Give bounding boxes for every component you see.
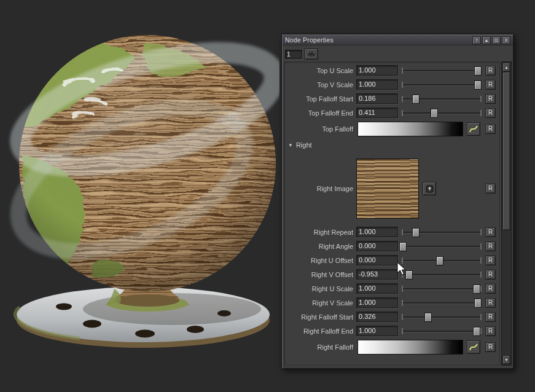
property-row: Right Repeat1.000R — [284, 225, 499, 239]
scribble-icon — [308, 51, 316, 57]
reset-button[interactable]: R — [485, 184, 496, 194]
scroll-thumb[interactable] — [502, 72, 510, 230]
property-label: Right Falloff End — [284, 327, 356, 335]
slider[interactable] — [401, 326, 482, 336]
value-input[interactable]: 1.000 — [356, 65, 398, 76]
reset-button[interactable]: R — [485, 284, 496, 294]
slider-track — [402, 84, 482, 85]
section-label: Right — [296, 141, 312, 149]
value-input[interactable]: 1.000 — [356, 297, 398, 308]
property-label: Right Angle — [284, 243, 356, 250]
property-row: Top Falloff End0.411R — [284, 106, 499, 120]
image-thumbnail[interactable] — [356, 159, 419, 219]
property-row: Right Falloff Start0.326R — [284, 310, 499, 324]
slider-handle[interactable] — [412, 228, 420, 237]
envelope-curve-icon — [469, 343, 478, 351]
edit-graph-button[interactable] — [305, 49, 318, 60]
property-label: Right V Offset — [284, 271, 356, 278]
application-window: Node Properties ? ▲ ⊡ X Top U Scale1.000… — [0, 0, 535, 392]
property-label: Top Falloff — [284, 125, 356, 133]
slider-handle[interactable] — [412, 95, 420, 104]
value-input[interactable]: -0.953 — [356, 269, 398, 280]
reset-button[interactable]: R — [485, 66, 496, 76]
property-label: Right Falloff — [284, 343, 356, 351]
reset-button[interactable]: R — [485, 270, 496, 280]
slider[interactable] — [401, 65, 482, 76]
value-input[interactable]: 1.000 — [356, 326, 398, 336]
slider[interactable] — [401, 297, 482, 308]
slider-track — [402, 70, 482, 71]
slider-handle[interactable] — [474, 80, 482, 90]
gradient-strip[interactable] — [357, 340, 463, 355]
property-label: Right Image — [284, 185, 356, 192]
value-input[interactable]: 0.411 — [356, 108, 398, 118]
slider-handle[interactable] — [405, 270, 413, 280]
slider-handle[interactable] — [473, 327, 480, 336]
slider[interactable] — [401, 108, 482, 118]
value-input[interactable]: 0.326 — [356, 312, 398, 322]
slider-handle[interactable] — [399, 242, 407, 251]
property-label: Top Falloff End — [284, 109, 356, 117]
property-row: Right V Offset-0.953R — [284, 267, 499, 281]
reset-button[interactable]: R — [485, 312, 496, 322]
value-input[interactable]: 0.186 — [356, 93, 398, 104]
reset-button[interactable]: R — [485, 80, 496, 90]
image-load-button[interactable] — [423, 182, 436, 195]
reset-button[interactable]: R — [485, 241, 496, 251]
value-input[interactable]: 1.000 — [356, 79, 398, 90]
value-input[interactable]: 1.000 — [356, 283, 398, 294]
value-input[interactable]: 1.000 — [356, 227, 398, 237]
slider[interactable] — [401, 227, 482, 237]
slider[interactable] — [401, 79, 482, 90]
close-button[interactable]: X — [502, 36, 510, 44]
titlebar-buttons: ? ▲ ⊡ X — [472, 36, 510, 44]
reset-button[interactable]: R — [485, 298, 496, 308]
slider-track — [402, 302, 482, 304]
section-collapse-icon: ▼ — [288, 143, 293, 148]
property-label: Top V Scale — [284, 81, 356, 88]
reset-button[interactable]: R — [485, 108, 496, 118]
scroll-down-button[interactable]: ▼ — [502, 355, 510, 364]
slider-track — [402, 316, 482, 318]
property-label: Right Falloff Start — [284, 313, 356, 321]
slider[interactable] — [401, 255, 482, 265]
slider-handle[interactable] — [436, 256, 443, 265]
reset-button[interactable]: R — [485, 342, 496, 352]
slider[interactable] — [401, 269, 482, 280]
reset-button[interactable]: R — [485, 227, 496, 237]
slider-handle[interactable] — [424, 313, 432, 322]
reset-button[interactable]: R — [485, 124, 496, 134]
property-row: Right U Scale1.000R — [284, 281, 499, 296]
help-button[interactable]: ? — [472, 36, 481, 44]
restore-button[interactable]: ⊡ — [492, 36, 501, 44]
slider-handle[interactable] — [474, 299, 482, 308]
slider-handle[interactable] — [474, 66, 482, 76]
value-input[interactable]: 0.000 — [356, 255, 398, 265]
slider-handle[interactable] — [473, 284, 480, 294]
slider-handle[interactable] — [431, 109, 438, 118]
titlebar[interactable]: Node Properties ? ▲ ⊡ X — [283, 35, 513, 45]
section-header[interactable]: ▼Right — [284, 138, 499, 152]
slider-track — [402, 331, 482, 332]
gradient-strip[interactable] — [357, 122, 463, 136]
slider[interactable] — [401, 312, 482, 322]
scrollbar[interactable]: ▲ ▼ — [501, 61, 512, 366]
material-preview — [0, 0, 279, 392]
slider[interactable] — [401, 93, 482, 104]
scroll-up-button[interactable]: ▲ — [502, 63, 510, 72]
property-row: Right V Scale1.000R — [284, 296, 499, 310]
reset-button[interactable]: R — [485, 326, 496, 336]
reset-button[interactable]: R — [485, 256, 496, 265]
property-label: Right V Scale — [284, 299, 356, 307]
value-input[interactable]: 0.000 — [356, 241, 398, 251]
rollup-button[interactable]: ▲ — [482, 36, 491, 44]
reset-button[interactable]: R — [485, 94, 496, 104]
property-row: Top U Scale1.000R — [284, 63, 499, 77]
slider[interactable] — [401, 241, 482, 251]
property-label: Right Repeat — [284, 229, 356, 236]
slider-track — [402, 288, 482, 289]
envelope-button[interactable] — [467, 122, 480, 136]
slider[interactable] — [401, 283, 482, 294]
node-index-input[interactable] — [285, 50, 302, 59]
envelope-button[interactable] — [467, 340, 480, 354]
